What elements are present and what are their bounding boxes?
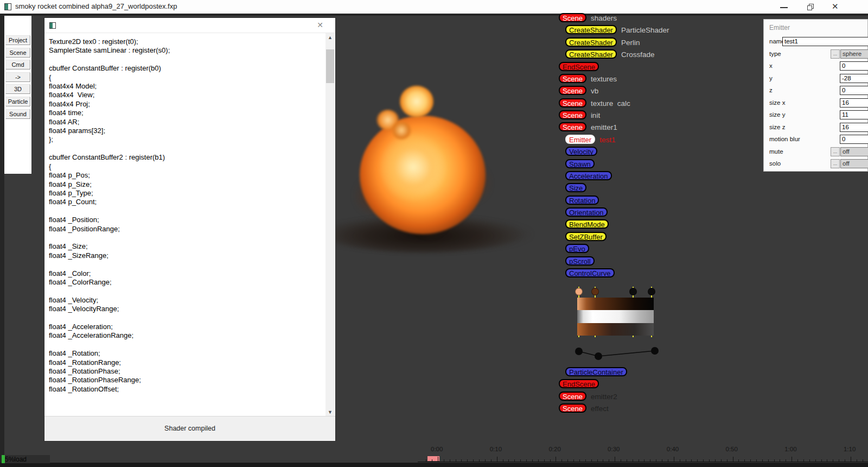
tree-row-particlecontainer: ParticleContainer (565, 367, 627, 378)
timeline-minor-tick (780, 459, 780, 462)
node-badge-scene[interactable]: Scene (559, 110, 586, 119)
sidebar-button-sound[interactable]: Sound (5, 109, 30, 119)
shader-editor-titlebar[interactable]: ✕ (44, 18, 335, 33)
scroll-down-icon[interactable]: ▼ (326, 408, 335, 416)
inspector-input-z[interactable]: 0 (840, 86, 868, 95)
close-icon[interactable]: ✕ (832, 2, 839, 11)
node-badge-scene[interactable]: Scene (559, 98, 586, 108)
curve-point-2[interactable] (651, 347, 659, 355)
tree-row-createshader-crossfade: CreateShaderCrossfade (565, 49, 654, 60)
node-badge-rotation[interactable]: Rotation (565, 195, 599, 205)
code-line: cbuffer ConstantBuffer2 : register(b1) (45, 153, 326, 162)
timeline-minor-tick (520, 459, 521, 462)
node-badge-velocity[interactable]: Velocity (565, 147, 597, 156)
inspector-input-y[interactable]: -28 (840, 74, 868, 83)
node-badge-size[interactable]: Size (565, 183, 586, 192)
node-label: textures (591, 74, 617, 85)
timeline-minor-tick (797, 459, 798, 462)
node-badge-acceleration[interactable]: Acceleration (565, 171, 612, 180)
minimize-button[interactable] (780, 7, 788, 8)
inspector-input-name[interactable]: test1 (782, 37, 868, 46)
tree-row-rotation: Rotation (565, 195, 599, 206)
inspector-input-size-x[interactable]: 16 (840, 98, 868, 108)
node-badge-pevo[interactable]: pEvo (565, 244, 589, 253)
node-badge-scene[interactable]: Scene (559, 86, 586, 95)
shader-editor-window: ✕ Texture2D tex0 : register(t0);SamplerS… (44, 18, 335, 441)
node-badge-scene[interactable]: Scene (559, 392, 586, 401)
timeline-minor-tick (485, 459, 486, 462)
timeline-minor-tick (744, 459, 745, 462)
timeline-minor-tick (839, 459, 839, 462)
node-badge-createshader[interactable]: CreateShader (565, 37, 617, 47)
editor-scrollbar[interactable]: ▲ ▼ (326, 33, 335, 416)
node-badge-pscroll[interactable]: pScroll (565, 256, 595, 266)
node-badge-scene[interactable]: Scene (559, 403, 586, 413)
node-badge-orientation[interactable]: Orientation (565, 207, 608, 217)
timeline-label-1-10: 1:10 (844, 446, 856, 452)
inspector-picker-button-type[interactable]: ... (831, 49, 840, 59)
timeline-ruler-line[interactable] (418, 462, 868, 462)
timeline-minor-tick (774, 459, 775, 462)
inspector-label-y: y (769, 75, 773, 81)
inspector-value-solo[interactable]: off (840, 159, 868, 168)
code-line (45, 314, 326, 323)
control-curve-canvas[interactable] (561, 340, 665, 363)
timeline-minor-tick (567, 459, 568, 462)
inspector-input-size-y[interactable]: 11 (840, 110, 868, 119)
inspector-value-mute[interactable]: off (840, 147, 868, 156)
inspector-picker-button-solo[interactable]: ... (831, 159, 840, 168)
gradient-handle-1[interactable] (591, 288, 599, 295)
timeline-minor-tick (756, 459, 757, 462)
inspector-label-mute: mute (769, 148, 783, 155)
curve-point-1[interactable] (595, 352, 602, 360)
node-badge-particlecontainer[interactable]: ParticleContainer (565, 367, 627, 376)
node-badge-endscene[interactable]: EndScene (559, 62, 599, 71)
scrollbar-thumb[interactable] (326, 49, 334, 83)
code-line: float4 AR; (45, 118, 326, 127)
node-badge-scene[interactable]: Scene (559, 122, 586, 131)
node-badge-emitter[interactable]: Emitter (565, 135, 595, 144)
sidebar-button-project[interactable]: Project (5, 35, 30, 45)
gradient-handle-3[interactable] (648, 288, 655, 295)
restore-button-front[interactable] (807, 5, 812, 10)
gradient-handle-2[interactable] (629, 288, 637, 295)
sidebar-button-3d[interactable]: 3D (5, 84, 30, 94)
curve-point-0[interactable] (575, 348, 583, 355)
tree-row-scene-effect: Sceneeffect (559, 403, 609, 414)
node-badge-controlcurve[interactable]: ControlCurve (565, 268, 615, 277)
inspector-input-x[interactable]: 0 (840, 61, 868, 71)
node-badge-spawn[interactable]: Spawn (565, 159, 595, 168)
node-badge-setzbuffer[interactable]: SetZBuffer (565, 232, 607, 241)
timeline-minor-tick (644, 459, 644, 462)
timeline-minor-tick (845, 459, 845, 462)
sidebar-button-particle[interactable]: Particle (5, 97, 30, 106)
node-badge-scene[interactable]: Scene (559, 13, 586, 22)
timeline-minor-tick (656, 459, 656, 462)
node-badge-endscene[interactable]: EndScene (559, 379, 599, 388)
timeline-minor-tick (591, 459, 592, 462)
inspector-value-type[interactable]: sphere (840, 49, 868, 59)
inspector-input-size-z[interactable]: 16 (840, 123, 868, 132)
node-badge-scene[interactable]: Scene (559, 74, 586, 83)
node-badge-createshader[interactable]: CreateShader (565, 49, 617, 59)
node-label: emitter1 (591, 122, 617, 133)
inspector-label-size-z: size z (769, 124, 785, 130)
sidebar-button-scene[interactable]: Scene (5, 48, 30, 58)
sidebar-button-arrow[interactable]: -> (5, 72, 30, 82)
node-label: init (591, 110, 600, 121)
node-badge-blendmode[interactable]: BlendMode (565, 219, 609, 229)
scroll-up-icon[interactable]: ▲ (326, 33, 335, 42)
timeline-minor-tick (467, 459, 468, 462)
node-badge-createshader[interactable]: CreateShader (565, 25, 617, 34)
gradient-handle-0[interactable] (575, 288, 583, 295)
inspector-input-motion-blur[interactable]: 0 (840, 135, 868, 144)
shader-code-editor[interactable]: Texture2D tex0 : register(t0);SamplerSta… (45, 33, 326, 416)
timeline-minor-tick (479, 459, 480, 462)
sidebar-button-cmd[interactable]: Cmd (5, 60, 30, 70)
shader-editor-close-icon[interactable]: ✕ (317, 21, 323, 29)
timeline-minor-tick (491, 459, 492, 462)
inspector-picker-button-mute[interactable]: ... (831, 147, 840, 156)
tree-row-scene-textures: Scenetextures (559, 74, 617, 85)
inspector-label-type: type (769, 51, 781, 57)
code-line: float4 _Velocity; (45, 296, 326, 305)
